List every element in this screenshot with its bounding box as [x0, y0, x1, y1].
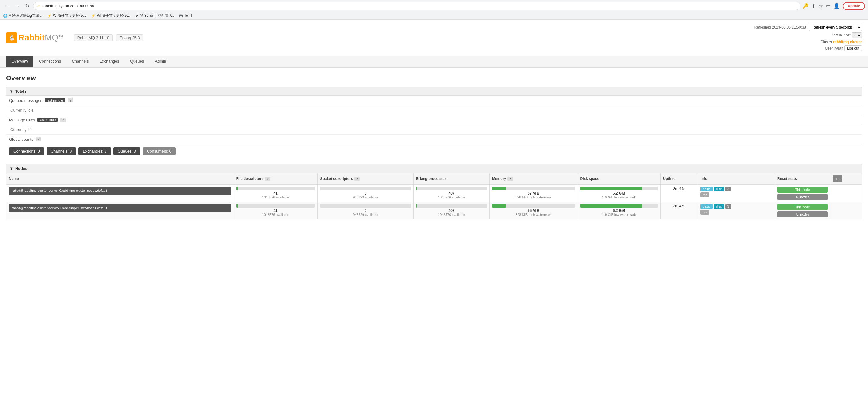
nav-connections[interactable]: Connections: [33, 56, 66, 67]
url-text: rabbitmq.liyuan.com:30001/#/: [42, 4, 94, 8]
message-rates-badge[interactable]: last minute: [37, 118, 58, 122]
message-rates-row: Message rates last minute ?: [6, 115, 862, 125]
main-nav: Overview Connections Channels Exchanges …: [0, 56, 868, 68]
disk-bar-bg: [580, 204, 658, 208]
message-rates-help[interactable]: ?: [60, 118, 66, 122]
channels-count[interactable]: Channels: 0: [46, 147, 76, 155]
info-disc-badge[interactable]: disc: [714, 187, 724, 192]
bookmark-icon[interactable]: ☆: [819, 3, 823, 9]
nav-queues[interactable]: Queues: [125, 56, 150, 67]
queued-messages-help[interactable]: ?: [67, 98, 73, 102]
disk-bar: [580, 187, 642, 190]
nodes-section: ▼ Nodes Name File descriptors ?: [6, 164, 862, 220]
main-content: Overview ▼ Totals Queued messages last m…: [0, 68, 868, 226]
nav-admin[interactable]: Admin: [149, 56, 172, 67]
erlang-available: 1048576 available: [416, 195, 487, 199]
update-button[interactable]: Update: [843, 2, 865, 10]
global-counts-help[interactable]: ?: [36, 137, 41, 141]
virtual-host-row: Virtual host /: [754, 32, 862, 39]
file-desc-bar: [236, 187, 238, 190]
uptime-value: 3m 49s: [673, 187, 685, 191]
info-disc-badge[interactable]: disc: [714, 204, 724, 209]
this-node-button[interactable]: This node: [777, 187, 828, 193]
totals-section-header[interactable]: ▼ Totals: [6, 87, 862, 96]
extra-cell: [830, 185, 862, 202]
file-desc-help[interactable]: ?: [265, 176, 270, 181]
info-rss-badge[interactable]: rss: [701, 210, 709, 214]
memory-bar: [492, 204, 506, 208]
forward-button[interactable]: →: [13, 3, 21, 9]
erlang-bar-bg: [416, 204, 487, 208]
back-button[interactable]: ←: [3, 3, 11, 9]
consumers-count[interactable]: Consumers: 0: [143, 147, 176, 155]
all-nodes-button[interactable]: All nodes: [777, 211, 828, 217]
header-meta: Virtual host / Cluster rabbitmq-cluster …: [754, 32, 862, 52]
profile-icon[interactable]: 👤: [834, 3, 840, 9]
bookmark-item[interactable]: ⚡ WPS便签：更轻便...: [47, 13, 86, 18]
uptime-cell: 3m 49s: [660, 185, 698, 202]
rabbitmq-version: RabbitMQ 3.11.10: [74, 34, 113, 41]
info-badges: basic disc 3: [701, 204, 772, 209]
logout-button[interactable]: Log out: [844, 45, 862, 52]
bookmark-item[interactable]: 🌐 AI绘画咒语tag在线...: [3, 13, 42, 18]
page-title: Overview: [6, 74, 862, 82]
currently-idle-2: Currently idle: [10, 127, 34, 132]
memory-sub: 328 MiB high watermark: [492, 195, 575, 199]
info-num-badge: 3: [725, 204, 732, 209]
bookmark-item[interactable]: 🌶 第 32 章 手动配置 /...: [135, 13, 174, 18]
reload-button[interactable]: ↻: [24, 2, 31, 9]
memory-cell: 55 MiB 328 MiB high watermark: [490, 202, 578, 219]
socket-desc-value: 0: [320, 191, 411, 195]
nav-channels[interactable]: Channels: [66, 56, 94, 67]
file-desc-bar-bg: [236, 187, 315, 190]
refresh-select[interactable]: Refresh every 5 secondsRefresh every 10 …: [809, 24, 862, 31]
disk-cell: 6.2 GiB 1.9 GiB low watermark: [578, 185, 660, 202]
th-memory: Memory ?: [490, 173, 578, 185]
info-basic-badge[interactable]: basic: [701, 204, 713, 209]
nodes-label: Nodes: [15, 166, 27, 171]
memory-value: 55 MiB: [492, 208, 575, 213]
node-name-cell: rabbit@rabbitmq-cluster-server-0.rabbitm…: [6, 185, 234, 202]
info-badges: basic disc 3: [701, 187, 772, 192]
nav-exchanges[interactable]: Exchanges: [94, 56, 124, 67]
erlang-bar-bg: [416, 187, 487, 190]
plus-minus-button[interactable]: +/-: [833, 175, 842, 182]
bookmarks-bar: 🌐 AI绘画咒语tag在线... ⚡ WPS便签：更轻便... ⚡ WPS便签：…: [0, 12, 868, 20]
currently-idle-1-row: Currently idle: [6, 105, 862, 115]
currently-idle-1: Currently idle: [10, 108, 34, 112]
sidebar-toggle-icon[interactable]: ▭: [826, 3, 831, 9]
nav-overview[interactable]: Overview: [6, 56, 33, 67]
socket-desc-cell: 0 943629 available: [317, 202, 414, 219]
info-rss-row: rss: [701, 210, 772, 214]
logo-icon: 🐇: [6, 32, 17, 43]
th-disk-space: Disk space: [578, 173, 660, 185]
info-rss-badge[interactable]: rss: [701, 192, 709, 197]
all-nodes-button[interactable]: All nodes: [777, 194, 828, 200]
connections-count[interactable]: Connections: 0: [9, 147, 44, 155]
virtual-host-select[interactable]: /: [851, 32, 862, 38]
memory-bar-bg: [492, 187, 575, 190]
queued-messages-badge[interactable]: last minute: [45, 98, 65, 102]
socket-desc-help[interactable]: ?: [354, 176, 360, 181]
memory-sub: 328 MiB high watermark: [492, 213, 575, 216]
browser-actions: 🔑 ⬆ ☆ ▭ 👤 Update: [803, 2, 865, 10]
logo-area: 🐇 RabbitMQTM RabbitMQ 3.11.10 Erlang 25.…: [6, 32, 143, 43]
erlang-cell: 407 1048576 available: [414, 185, 490, 202]
memory-help[interactable]: ?: [507, 176, 513, 181]
this-node-button[interactable]: This node: [777, 204, 828, 210]
th-info: Info: [698, 173, 775, 185]
nodes-section-header[interactable]: ▼ Nodes: [6, 164, 862, 173]
browser-chrome: ← → ↻ ⚠ rabbitmq.liyuan.com:30001/#/ 🔑 ⬆…: [0, 0, 868, 20]
info-basic-badge[interactable]: basic: [701, 187, 713, 192]
bookmark-item[interactable]: ⚡ WPS便签：更轻便...: [91, 13, 130, 18]
queues-count[interactable]: Queues: 0: [114, 147, 140, 155]
exchanges-count[interactable]: Exchanges: 7: [79, 147, 111, 155]
th-erlang-processes: Erlang processes: [414, 173, 490, 185]
user-row: User liyuan Log out: [754, 45, 862, 52]
bookmark-item[interactable]: 🎮 应用: [179, 13, 192, 18]
address-bar[interactable]: ⚠ rabbitmq.liyuan.com:30001/#/: [33, 2, 800, 10]
currently-idle-2-row: Currently idle: [6, 125, 862, 135]
share-icon[interactable]: ⬆: [812, 3, 816, 9]
socket-desc-value: 0: [320, 208, 411, 213]
socket-desc-available: 943629 available: [320, 213, 411, 216]
